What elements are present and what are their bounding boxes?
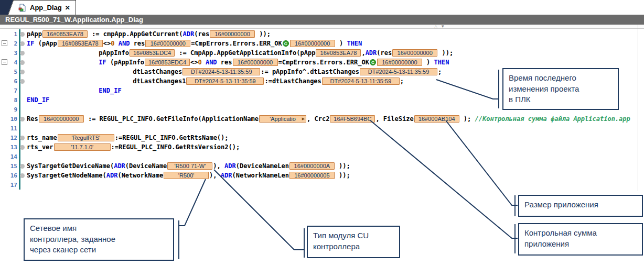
breakpoint-slot-icon[interactable] [20, 60, 25, 65]
breakpoint-slot-icon[interactable] [20, 70, 25, 74]
monitor-value[interactable]: 16#00000000 [392, 49, 437, 57]
monitor-value[interactable]: 16#00000005 [289, 172, 335, 179]
code-line-10[interactable]: 10Res16#00000000 := REGUL_PLC_INFO.GetFi… [0, 114, 644, 124]
code-line-15[interactable]: 15SysTargetGetDeviceName(ADR(DeviceName'… [0, 161, 644, 171]
code-text: Res16#00000000 := REGUL_PLC_INFO.GetFile… [27, 115, 630, 123]
monitor-value[interactable]: 'R500 71-W' [167, 162, 212, 170]
code-line-17[interactable]: 17 [0, 180, 644, 190]
tab-title: App_Diag [30, 4, 62, 12]
code-line-4[interactable]: 4 IF (pAppInfo16#0853EDC4<>0 AND res16#0… [0, 58, 644, 67]
breakpoint-slot-icon[interactable] [20, 136, 25, 140]
breakpoint-slot-icon[interactable] [20, 164, 25, 169]
fold-margin [0, 95, 9, 105]
code-token: 0 [198, 59, 201, 66]
code-line-13[interactable]: 13rts_ver'11.7.1.0':=REGUL_PLC_INFO.GetR… [0, 142, 644, 152]
code-line-11[interactable]: 11 [0, 124, 644, 133]
code-token: pAppInfo [27, 49, 129, 57]
fold-collapse-icon[interactable] [2, 40, 7, 46]
monitor-value[interactable]: 'R500' [164, 172, 209, 179]
fold-margin [0, 124, 9, 133]
code-token: IF [27, 40, 34, 47]
monitor-value[interactable]: 16#0853EDC4 [130, 49, 175, 57]
monitor-value[interactable]: 16#0853EA78 [316, 49, 361, 57]
breakpoint-slot-icon[interactable] [20, 117, 25, 121]
code-token: :=dtLastChanges [264, 77, 321, 85]
breakpoint-slot-icon[interactable] [20, 173, 25, 178]
code-token: )); [335, 162, 350, 170]
monitor-value[interactable]: 16#00000000 [145, 40, 190, 47]
monitor-value[interactable]: 16#0853EA78 [42, 30, 88, 38]
code-text: IF (pAppInfo16#0853EDC4<>0 AND res16#000… [27, 59, 449, 66]
breakpoint-column [17, 60, 27, 65]
code-token [202, 59, 206, 66]
monitor-value[interactable]: 16#00000000 [210, 30, 255, 38]
monitor-value[interactable]: 16#00000000 [233, 59, 278, 66]
code-line-16[interactable]: 16SysTargetGetNodeName(ADR(NetworkName'R… [0, 171, 644, 180]
code-token: (NetworkName [117, 172, 163, 179]
breakpoint-slot-icon[interactable] [20, 32, 25, 37]
code-token: res [217, 59, 232, 66]
monitor-value[interactable]: 16#00000000 [290, 40, 335, 47]
close-icon[interactable]: ✕ [65, 4, 70, 12]
code-editor[interactable]: 1pApp16#0853EA78 := cmpApp.AppGetCurrent… [0, 29, 644, 191]
fold-margin [0, 114, 9, 124]
code-token: ; [400, 77, 404, 85]
code-token: =CmpErrors.Errors.ERR_OK [278, 59, 369, 66]
ide-window: App_Diag ✕ REGUL_R500_71_W.Application.A… [0, 0, 644, 266]
monitor-value[interactable]: 16#000AB104 [414, 115, 459, 123]
editor-split-strip: △ ▼ [0, 25, 644, 29]
pou-icon [18, 4, 27, 12]
code-line-2[interactable]: 2IF (pApp16#0853EA78<>0 AND res16#000000… [0, 39, 644, 48]
fold-margin [0, 171, 9, 180]
tab-app-diag[interactable]: App_Diag ✕ [14, 0, 76, 15]
monitor-value[interactable]: '11.7.1.0' [54, 143, 111, 151]
code-token: := CmpApp.AppGetApplicationInfo(pApp [175, 49, 315, 57]
fold-margin [0, 39, 9, 48]
breakpoint-slot-icon[interactable] [20, 79, 25, 84]
code-token: ADR [366, 49, 377, 57]
breakpoint-column [17, 32, 27, 37]
callout-cu-module-type: Тип модуля CU контроллера [307, 226, 400, 258]
breakpoint-column [17, 145, 27, 150]
line-number: 17 [9, 182, 17, 189]
breakpoint-column [17, 79, 27, 84]
callout-app-size: Размер приложения [518, 195, 643, 217]
line-number: 2 [9, 40, 17, 47]
monitor-value[interactable]: 16#00000000 [39, 115, 84, 123]
fold-margin [0, 58, 9, 67]
monitor-value[interactable]: 16#0853EDC4 [145, 59, 190, 66]
fold-margin [0, 48, 9, 58]
code-text: pAppInfo16#0853EDC4 := CmpApp.AppGetAppl… [27, 49, 453, 57]
split-handle[interactable]: △ ▼ [434, 25, 445, 29]
monitor-value[interactable]: 'Applicatio▶ [259, 115, 306, 123]
code-token: , FileSize [375, 115, 413, 123]
code-line-3[interactable]: 3 pAppInfo16#0853EDC4 := CmpApp.AppGetAp… [0, 48, 644, 58]
monitor-value[interactable]: 'RegulRTS' [58, 134, 114, 141]
code-token [115, 40, 119, 47]
monitor-value[interactable]: DT#2024-5-13-11:35:59 [183, 68, 260, 75]
breakpoint-slot-icon[interactable] [20, 41, 25, 46]
monitor-value[interactable]: DT#2024-5-13-11:35:59 [322, 77, 400, 85]
code-token: <> [190, 59, 198, 66]
fold-margin [0, 152, 9, 161]
monitor-value[interactable]: 16#0853EA78 [58, 40, 103, 47]
code-line-12[interactable]: 12rts_name'RegulRTS':=REGUL_PLC_INFO.Get… [0, 133, 644, 142]
code-line-1[interactable]: 1pApp16#0853EA78 := cmpApp.AppGetCurrent… [0, 29, 644, 39]
monitor-value[interactable]: 16#0000000A [289, 162, 335, 170]
split-down-icon: ▼ [441, 25, 445, 29]
code-token: Res [27, 115, 38, 123]
fold-collapse-icon[interactable] [2, 59, 7, 65]
code-token: (res [377, 49, 392, 57]
monitor-value[interactable]: 16#00000000 [377, 59, 422, 66]
breakpoint-slot-icon[interactable] [20, 145, 25, 150]
code-line-14[interactable]: 14 [0, 152, 644, 161]
monitor-value[interactable]: 16#F5B694BC [330, 115, 375, 123]
monitor-value[interactable]: DT#2024-5-13-11:35:59 [186, 77, 264, 85]
monitor-value[interactable]: DT#2024-5-13-11:35:59 [360, 68, 437, 75]
line-number: 15 [9, 163, 17, 170]
line-number: 8 [9, 97, 17, 104]
code-text: dtLastChanges1DT#2024-5-13-11:35:59:=dtL… [27, 77, 404, 85]
breakpoint-slot-icon[interactable] [20, 51, 25, 56]
line-number: 6 [9, 78, 17, 85]
code-token: rts_name [27, 134, 57, 141]
